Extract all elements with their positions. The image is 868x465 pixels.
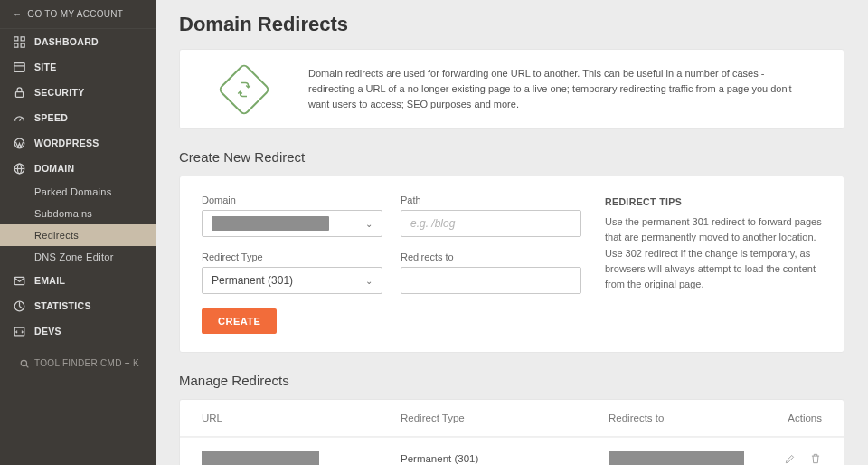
redirect-tips-title: REDIRECT TIPS	[605, 195, 822, 209]
redirects-to-input[interactable]	[410, 274, 571, 287]
path-input[interactable]	[410, 217, 571, 230]
lock-icon	[13, 86, 25, 99]
sidebar-item-domain[interactable]: DOMAIN	[0, 156, 156, 181]
svg-point-15	[21, 360, 26, 365]
sidebar-item-label: SITE	[34, 62, 57, 72]
go-to-account-link[interactable]: ← GO TO MY ACCOUNT	[0, 0, 156, 29]
sidebar-item-label: SPEED	[34, 112, 68, 123]
sidebar-item-label: DASHBOARD	[34, 36, 99, 47]
sidebar-item-dns-zone-editor[interactable]: DNS Zone Editor	[0, 246, 156, 268]
search-icon	[20, 359, 29, 368]
arrow-left-icon: ←	[13, 9, 22, 19]
redirect-tips: REDIRECT TIPS Use the permanent 301 redi…	[605, 195, 822, 334]
col-header-target: Redirects to	[609, 413, 750, 423]
type-cell: Permanent (301)	[401, 453, 609, 464]
window-icon	[13, 61, 25, 73]
account-link-label: GO TO MY ACCOUNT	[27, 9, 123, 19]
sidebar-item-label: DNS Zone Editor	[34, 251, 114, 262]
sidebar-item-redirects[interactable]: Redirects	[0, 224, 156, 246]
create-button[interactable]: CREATE	[202, 308, 277, 334]
sidebar-item-label: DOMAIN	[34, 163, 74, 174]
edit-icon[interactable]	[784, 452, 797, 465]
manage-redirects-table: URL Redirect Type Redirects to Actions P…	[179, 399, 844, 465]
svg-rect-0	[14, 36, 17, 40]
svg-rect-12	[14, 277, 24, 284]
domain-select-value	[212, 216, 329, 231]
redirects-to-label: Redirects to	[401, 251, 581, 262]
sidebar-item-statistics[interactable]: STATISTICS	[0, 293, 156, 318]
target-cell	[609, 451, 744, 465]
chevron-down-icon: ⌄	[365, 219, 373, 229]
redirect-type-select[interactable]: Permanent (301) ⌄	[202, 267, 382, 294]
redirect-icon	[217, 62, 270, 116]
path-label: Path	[401, 195, 581, 205]
svg-rect-6	[15, 91, 23, 97]
table-row: Permanent (301)	[180, 437, 844, 465]
redirect-tips-body: Use the permanent 301 redirect to forwar…	[605, 214, 822, 291]
sidebar-item-label: EMAIL	[34, 275, 65, 286]
sidebar-item-label: SECURITY	[34, 87, 85, 98]
path-input-wrap	[401, 210, 581, 237]
code-icon	[13, 325, 25, 337]
sidebar-item-email[interactable]: EMAIL	[0, 268, 156, 293]
sidebar-item-wordpress[interactable]: WORDPRESS	[0, 130, 156, 156]
wordpress-icon	[13, 137, 25, 149]
svg-line-7	[19, 118, 21, 120]
intro-text: Domain redirects are used for forwarding…	[308, 66, 811, 112]
main-content: Domain Redirects Domain redirects are us…	[156, 0, 868, 465]
sidebar: ← GO TO MY ACCOUNT DASHBOARD SITE SECURI…	[0, 0, 156, 465]
chevron-down-icon: ⌄	[365, 276, 373, 286]
sidebar-item-dashboard[interactable]: DASHBOARD	[0, 29, 156, 54]
col-header-url: URL	[202, 413, 401, 423]
sidebar-item-label: WORDPRESS	[34, 138, 99, 148]
create-redirect-card: Domain ⌄ Path Redirect Type	[179, 176, 844, 353]
sidebar-item-parked-domains[interactable]: Parked Domains	[0, 181, 156, 203]
sidebar-item-devs[interactable]: DEVS	[0, 318, 156, 344]
svg-rect-2	[14, 43, 17, 47]
col-header-actions: Actions	[750, 413, 822, 423]
tool-finder[interactable]: TOOL FINDER CMD + K	[0, 349, 156, 377]
stats-icon	[13, 299, 25, 312]
sidebar-item-speed[interactable]: SPEED	[0, 105, 156, 130]
mail-icon	[13, 274, 25, 287]
intro-card: Domain redirects are used for forwarding…	[179, 49, 844, 129]
domain-select[interactable]: ⌄	[202, 210, 382, 237]
create-redirect-heading: Create New Redirect	[179, 149, 844, 165]
sidebar-item-label: Parked Domains	[34, 186, 112, 197]
url-cell	[202, 451, 319, 465]
table-header: URL Redirect Type Redirects to Actions	[180, 400, 844, 437]
svg-rect-4	[14, 62, 24, 71]
svg-rect-1	[21, 36, 24, 40]
sidebar-item-subdomains[interactable]: Subdomains	[0, 203, 156, 224]
sidebar-item-label: Redirects	[34, 230, 79, 241]
redirects-to-input-wrap	[401, 267, 581, 294]
manage-redirects-heading: Manage Redirects	[179, 373, 844, 388]
globe-icon	[13, 162, 25, 175]
tool-finder-label: TOOL FINDER CMD + K	[34, 358, 139, 368]
col-header-type: Redirect Type	[401, 413, 609, 423]
nav-list: DASHBOARD SITE SECURITY SPEED WORDPRESS	[0, 29, 156, 344]
sidebar-item-label: Subdomains	[34, 208, 92, 219]
sidebar-item-label: STATISTICS	[34, 300, 91, 311]
redirect-type-value: Permanent (301)	[212, 274, 365, 287]
sidebar-item-site[interactable]: SITE	[0, 54, 156, 80]
grid-icon	[13, 35, 25, 48]
page-title: Domain Redirects	[179, 13, 844, 36]
sidebar-item-label: DEVS	[34, 326, 61, 337]
trash-icon[interactable]	[809, 452, 822, 465]
gauge-icon	[13, 111, 25, 124]
svg-line-16	[26, 365, 29, 367]
redirect-type-label: Redirect Type	[202, 251, 382, 262]
svg-rect-3	[21, 43, 24, 47]
domain-label: Domain	[202, 195, 382, 205]
sidebar-item-security[interactable]: SECURITY	[0, 80, 156, 105]
